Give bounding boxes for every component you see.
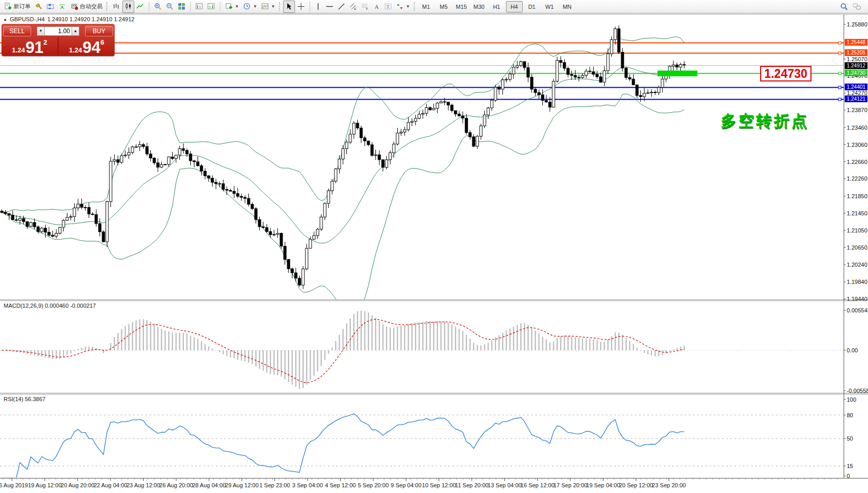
caret-down-icon: ▼: [253, 4, 257, 9]
toolbar-separator: [149, 2, 149, 11]
horizontal-line-icon: [326, 3, 333, 10]
price-line-label: 1.24401: [845, 84, 867, 90]
hammer-button[interactable]: [33, 1, 45, 13]
collapse-arrow-icon[interactable]: ▲: [3, 17, 7, 22]
svg-text:23 Sep 20:00: 23 Sep 20:00: [652, 482, 685, 488]
sell-button[interactable]: SELL: [3, 26, 31, 36]
svg-text:1.21450: 1.21450: [847, 210, 867, 216]
auto-trading-icon: [71, 3, 78, 10]
arrange-charts-left-button[interactable]: [193, 1, 205, 13]
timeframe-mn-button[interactable]: MN: [559, 1, 576, 12]
trendline-button[interactable]: [335, 1, 347, 13]
svg-text:50: 50: [847, 435, 853, 442]
svg-text:20 Aug 20:00: 20 Aug 20:00: [61, 482, 94, 488]
new-order-button[interactable]: 新订单: [2, 1, 33, 13]
svg-text:E: E: [354, 7, 356, 10]
price-annotation-box[interactable]: 1.24730: [760, 66, 811, 81]
timeframe-w1-button[interactable]: W1: [541, 1, 558, 12]
svg-text:0.00: 0.00: [847, 347, 858, 353]
tile-windows-button[interactable]: [176, 1, 188, 13]
new-chart-dropdown[interactable]: ▼: [223, 1, 241, 13]
hammer-icon: [35, 3, 43, 10]
svg-text:22 Aug 04:00: 22 Aug 04:00: [94, 482, 128, 488]
svg-text:1.20240: 1.20240: [847, 262, 867, 268]
timeframe-m1-button[interactable]: M1: [418, 1, 435, 12]
svg-text:1 Sep 23:00: 1 Sep 23:00: [259, 482, 290, 488]
svg-text:19 Sep 04:00: 19 Sep 04:00: [586, 482, 620, 488]
vertical-line-icon: [315, 3, 321, 10]
line-chart-button[interactable]: [134, 1, 146, 13]
auto-trading-button[interactable]: 自动交易: [68, 1, 105, 13]
svg-text:16 Sep 12:00: 16 Sep 12:00: [521, 482, 554, 488]
zoom-in-button[interactable]: [152, 1, 164, 13]
timeframe-m15-button[interactable]: M15: [453, 1, 470, 12]
fibonacci-button[interactable]: F: [359, 1, 371, 13]
timeframe-h1-button[interactable]: H1: [488, 1, 505, 12]
toolbar: 新订单 自动交易: [0, 0, 868, 13]
volume-down-button[interactable]: ▼: [37, 26, 45, 36]
svg-text:3 Sep 04:00: 3 Sep 04:00: [292, 482, 323, 488]
signals-button[interactable]: [57, 1, 68, 13]
text-label-button[interactable]: T: [382, 1, 394, 13]
timeframe-bar: M1M5M15M30H1H4D1W1MN: [418, 1, 576, 12]
macd-label: MACD(12,26,9) 0.000460 -0.000217: [4, 303, 96, 309]
svg-text:100: 100: [847, 396, 856, 403]
arrange-charts-right-button[interactable]: [205, 1, 217, 13]
bid-big: 91: [25, 40, 43, 56]
text-label-icon: T: [384, 3, 392, 10]
svg-text:4 Sep 12:00: 4 Sep 12:00: [325, 482, 356, 488]
buy-button[interactable]: BUY: [85, 26, 113, 36]
candlestick-chart-button[interactable]: [122, 1, 134, 13]
shapes-dropdown[interactable]: ▼: [394, 1, 412, 13]
template-icon: [261, 3, 269, 10]
svg-text:29 Aug 12:00: 29 Aug 12:00: [225, 482, 259, 488]
timeframe-m30-button[interactable]: M30: [471, 1, 487, 12]
svg-text:1.22660: 1.22660: [847, 159, 867, 165]
bar-chart-button[interactable]: [110, 1, 122, 13]
svg-text:20 Sep 12:00: 20 Sep 12:00: [619, 482, 653, 488]
current-price-label: 1.24912: [845, 62, 867, 69]
mt4-window: 新订单 自动交易: [0, 0, 868, 493]
svg-text:F: F: [366, 7, 368, 10]
timeframe-h4-button[interactable]: H4: [506, 1, 523, 12]
toolbar-handle: [279, 2, 282, 11]
new-order-icon: [4, 3, 12, 10]
svg-text:80: 80: [847, 412, 853, 418]
svg-text:16 Aug 2019: 16 Aug 2019: [0, 482, 28, 488]
bid-small: 1.24: [12, 46, 25, 54]
svg-text:1.21850: 1.21850: [847, 193, 867, 199]
svg-text:T: T: [386, 4, 389, 9]
bid-quote[interactable]: 1.24 91 2: [2, 37, 58, 56]
ask-quote[interactable]: 1.24 94 6: [59, 37, 115, 56]
volume-up-button[interactable]: ▲: [72, 26, 79, 36]
candlestick-chart-icon: [124, 3, 132, 10]
arrange-left-icon: [195, 3, 203, 10]
crosshair-button[interactable]: [295, 1, 307, 13]
timeframe-m5-button[interactable]: M5: [436, 1, 452, 12]
template-dropdown[interactable]: ▼: [259, 1, 277, 13]
svg-text:10 Sep 12:00: 10 Sep 12:00: [422, 482, 456, 488]
text-button[interactable]: A: [371, 1, 382, 13]
price-line-label: 1.24121: [845, 95, 867, 102]
chat-button[interactable]: [850, 1, 864, 13]
vertical-line-button[interactable]: [313, 1, 324, 13]
svg-text:1.19840: 1.19840: [847, 279, 867, 285]
caret-down-icon: ▼: [406, 4, 410, 9]
fibonacci-icon: F: [361, 3, 369, 10]
horizontal-line-button[interactable]: [324, 1, 335, 13]
strategy-tester-button[interactable]: [45, 1, 57, 13]
search-icon: [840, 3, 848, 11]
zoom-out-button[interactable]: [164, 1, 176, 13]
period-dropdown[interactable]: ▼: [241, 1, 259, 13]
volume-input[interactable]: [45, 26, 72, 36]
equidistant-channel-button[interactable]: E: [347, 1, 359, 13]
cursor-button[interactable]: [283, 1, 295, 13]
search-button[interactable]: [838, 1, 850, 13]
chart-canvas[interactable]: 1.258801.250701.246701.242701.238701.234…: [0, 0, 868, 493]
toolbar-handle: [106, 2, 109, 11]
symbol-header: ▲ GBPUSD-,H4 1.24910 1.24920 1.24910 1.2…: [3, 16, 134, 22]
chinese-note[interactable]: 多空转折点: [721, 111, 809, 132]
chat-icon: [852, 3, 862, 11]
timeframe-d1-button[interactable]: D1: [524, 1, 540, 12]
arrows-icon: [396, 3, 404, 10]
